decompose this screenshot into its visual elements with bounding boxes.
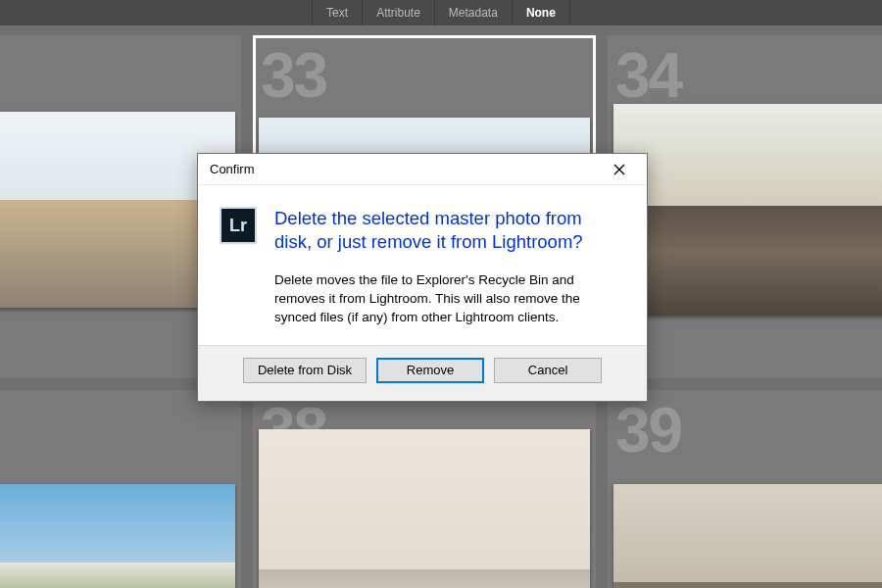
filter-tab-none[interactable]: None [513,0,570,25]
filter-tab-text[interactable]: Text [312,0,363,25]
filter-tab-attribute[interactable]: Attribute [363,0,435,25]
dialog-text: Delete the selected master photo from di… [274,207,621,327]
thumbnail-cell[interactable]: 34 [608,35,882,378]
thumbnail-cell[interactable]: 39 [608,390,882,588]
dialog-titlebar: Confirm [198,154,647,185]
dialog-title: Confirm [210,162,600,176]
filter-tab-label: Text [326,6,348,20]
delete-from-disk-button[interactable]: Delete from Disk [243,358,367,383]
thumbnail-cell[interactable]: 37 [0,390,241,588]
thumbnail-image [0,484,235,588]
filter-tab-label: Attribute [376,6,420,20]
thumbnail-index: 39 [615,394,681,466]
button-label: Remove [407,363,454,377]
dialog-button-row: Delete from Disk Remove Cancel [198,345,647,401]
thumbnail-image [259,429,590,588]
filter-tab-label: Metadata [449,6,498,20]
thumbnail-image [613,104,882,316]
cancel-button[interactable]: Cancel [494,358,602,383]
confirm-dialog: Confirm Lr Delete the selected master ph… [197,153,648,402]
remove-button[interactable]: Remove [376,358,484,383]
thumbnail-image [613,484,882,588]
thumbnail-cell[interactable]: 38 [253,390,596,588]
dialog-headline: Delete the selected master photo from di… [274,207,621,254]
filter-bar: Text Attribute Metadata None [0,0,882,25]
dialog-subtext: Delete moves the file to Explorer's Recy… [274,271,621,327]
thumbnail-index: 34 [615,39,681,112]
button-label: Cancel [528,363,567,377]
button-label: Delete from Disk [258,363,352,377]
filter-tab-metadata[interactable]: Metadata [435,0,513,25]
thumbnail-index: 33 [261,39,326,112]
lightroom-icon: Lr [220,207,257,244]
dialog-body: Lr Delete the selected master photo from… [198,185,647,345]
filter-tab-label: None [526,6,556,20]
lightroom-icon-label: Lr [229,216,247,236]
close-icon [613,164,625,175]
close-button[interactable] [600,154,639,184]
